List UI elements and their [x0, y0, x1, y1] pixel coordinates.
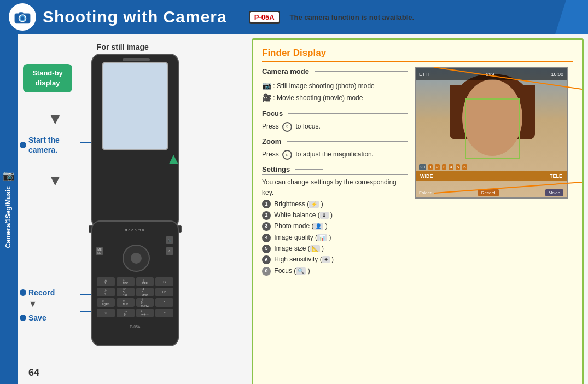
preview-bottom-icons: Folder Record Movie	[416, 189, 567, 196]
key-badge-0: 0	[262, 267, 271, 276]
preview-num-6: 6	[462, 164, 467, 170]
key-item-6: 6 High sensitivity (✦ )	[262, 254, 408, 265]
finder-info-section: Camera mode 📷 : Still image shooting (ph…	[262, 67, 408, 282]
phone-key-7[interactable]: まPQRS	[97, 298, 115, 307]
key-item-4: 4 Image quality (📊 )	[262, 232, 408, 243]
phone-key-camera[interactable]: 📷	[166, 236, 173, 244]
key-item-2: 2 White balance (🌡 )	[262, 210, 408, 220]
key-item-0: 0 Focus (🔍 )	[262, 265, 408, 276]
start-camera-callout: Start the camera.	[20, 135, 60, 155]
arrow-down-1: ▼	[48, 110, 63, 128]
preview-record-btn[interactable]: Record	[478, 189, 499, 196]
arrow-down-2: ▼	[48, 172, 63, 189]
focus-section: Focus Press ○ to focus.	[262, 109, 408, 132]
focus-body: Press ○ to focus.	[262, 121, 408, 132]
camera-preview-area: ETH 999 10:00 20 1 2 3 4 5 6	[415, 67, 573, 282]
record-arrow-icon: ▼	[28, 299, 63, 309]
phone-key-hd[interactable]: HD	[155, 288, 173, 296]
phone-key-4[interactable]: た4	[97, 288, 115, 296]
phone-key-5[interactable]: な51KL	[117, 288, 135, 296]
record-dot	[20, 289, 26, 296]
model-badge-text: P-05A	[254, 13, 275, 21]
phone-key-8[interactable]: やTUV	[117, 298, 135, 307]
camera-icon	[14, 8, 31, 26]
preview-num-2: 2	[435, 164, 439, 170]
record-save-callout: Record ▼ Save	[20, 288, 55, 327]
phone-dpad-center[interactable]	[131, 253, 142, 264]
phone-screen	[102, 62, 168, 150]
still-mode-row: 📷 : Still image shooting (photo) mode	[262, 79, 408, 91]
camera-mode-section: Camera mode 📷 : Still image shooting (ph…	[262, 67, 408, 104]
phone-key-1[interactable]: あ1	[97, 277, 115, 286]
settings-key-list: 1 Brightness (⚡ ) 2 White balance (🌡 ) 3…	[262, 199, 408, 277]
preview-wide-tele-bar: WIDE TELE	[416, 171, 567, 181]
movie-mode-icon: 🎥	[262, 93, 271, 102]
preview-num-3: 3	[442, 164, 446, 170]
preview-wide-label: WIDE	[420, 173, 433, 179]
availability-notice: The camera function is not available.	[290, 13, 415, 21]
preview-num-4: 4	[449, 164, 453, 170]
key-badge-1: 1	[262, 200, 271, 208]
start-camera-text: Start the camera.	[28, 135, 60, 155]
focus-button-icon: ○	[282, 122, 292, 132]
phone-key-tv[interactable]: TV	[155, 277, 173, 286]
phone-key-2[interactable]: かABC	[117, 277, 135, 286]
phone-key-6[interactable]: は6MNO	[136, 288, 154, 296]
preview-folder-btn[interactable]: Folder	[419, 190, 432, 195]
preview-movie-btn[interactable]: Movie	[545, 189, 563, 196]
phone-key-sym[interactable]: *	[155, 298, 173, 307]
phone-key-left[interactable]: MENU	[96, 247, 103, 255]
phone-key-star[interactable]: ☆	[97, 309, 115, 317]
finder-display-panel: Finder Display Camera mode 📷 : Still ima…	[252, 38, 584, 384]
settings-rule	[295, 169, 323, 170]
left-panel: For still image Stand-by display ▼ Start…	[18, 34, 247, 384]
phone-keypad: あ1 かABC さDEF TV た4 な51KL は6MNO HD まPQRS …	[92, 272, 178, 323]
phone-top-body	[91, 54, 179, 229]
zoom-rule	[287, 141, 408, 142]
camera-mode-rule	[315, 71, 408, 72]
phone-key-right[interactable]: 0	[166, 247, 173, 255]
sidebar-tab: 📷 Camera/1Seg/Music	[0, 34, 18, 384]
phone-key-hash[interactable]: #マナー	[136, 309, 154, 317]
key-item-1: 1 Brightness (⚡ )	[262, 199, 408, 210]
photo-mode-icon: 👤	[313, 223, 323, 230]
key-item-5: 5 Image size (📐 )	[262, 243, 408, 254]
sidebar-camera-icon: 📷	[3, 170, 15, 182]
record-row: Record	[20, 288, 55, 297]
zoom-section: Zoom Press ○ to adjust the magnification…	[262, 137, 408, 160]
save-dot	[20, 315, 26, 321]
brightness-icon: ⚡	[309, 201, 319, 208]
phone-key-9[interactable]: ら9WXYZ	[136, 298, 154, 307]
main-content: For still image Stand-by display ▼ Start…	[18, 34, 588, 384]
header-decor	[555, 0, 588, 34]
phone-key-3[interactable]: さDEF	[136, 277, 154, 286]
save-row: Save	[20, 313, 55, 322]
phone-dpad-area: MENU 📷 0	[92, 234, 178, 272]
finder-layout: Camera mode 📷 : Still image shooting (ph…	[262, 67, 573, 282]
settings-section: Settings You can change settings by the …	[262, 165, 408, 276]
page-number: 64	[28, 367, 39, 379]
phone-diagram: docomo MENU 📷 0 あ1 かABC さDEF	[83, 54, 187, 360]
focus-title: Focus	[262, 109, 408, 119]
sensitivity-icon: ✦	[322, 256, 330, 263]
focus-icon: 🔍	[296, 267, 306, 275]
preview-overlay-top: ETH 999 10:00	[416, 68, 567, 80]
preview-numbers-row: 20 1 2 3 4 5 6	[416, 164, 567, 170]
zoom-title: Zoom	[262, 137, 408, 147]
wb-icon: 🌡	[320, 212, 329, 219]
phone-to-finder-arrow: ▶	[166, 155, 180, 164]
preview-focus-box	[465, 98, 520, 159]
key-badge-3: 3	[262, 222, 271, 231]
phone-brand: docomo	[125, 225, 145, 232]
preview-shots: 999	[486, 72, 494, 77]
zoom-button-icon: ○	[282, 150, 292, 160]
camera-preview: ETH 999 10:00 20 1 2 3 4 5 6	[415, 67, 568, 199]
preview-num-5: 5	[456, 164, 460, 170]
phone-dpad[interactable]	[123, 245, 150, 272]
camera-mode-title: Camera mode	[262, 67, 408, 77]
phone-key-0[interactable]: わ0	[117, 309, 135, 317]
key-badge-4: 4	[262, 234, 271, 242]
phone-key-extra[interactable]: ✏	[155, 309, 173, 317]
finder-display-title: Finder Display	[262, 48, 573, 62]
key-badge-6: 6	[262, 255, 271, 264]
